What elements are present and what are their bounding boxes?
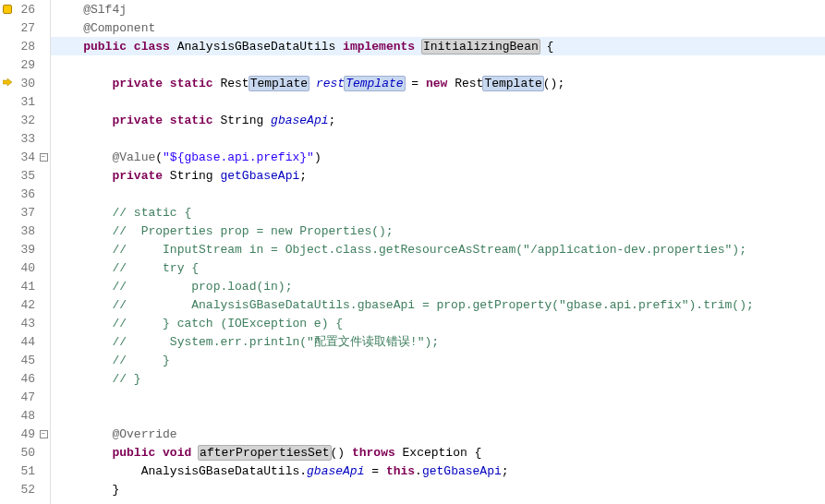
code-line[interactable]: @Slf4j <box>51 0 825 18</box>
line-number[interactable]: 51 <box>15 464 37 478</box>
gutter-row[interactable]: 26 <box>0 0 50 18</box>
code-line[interactable]: } <box>51 480 825 498</box>
gutter-row[interactable]: 42 <box>0 295 50 314</box>
code-line[interactable]: // Properties prop = new Properties(); <box>51 222 825 240</box>
marker-arrow[interactable] <box>0 77 15 90</box>
gutter-row[interactable]: 28 <box>0 37 50 55</box>
indent <box>55 95 83 109</box>
code-line[interactable] <box>51 406 825 425</box>
gutter-row[interactable]: 48 <box>0 406 50 425</box>
code-line[interactable]: // } catch (IOException e) { <box>51 314 825 332</box>
arrow-icon[interactable] <box>3 77 12 90</box>
code-line[interactable] <box>51 185 825 203</box>
gutter-row[interactable]: 35 <box>0 166 50 185</box>
code-line[interactable]: AnalysisGBaseDataUtils.gbaseApi = this.g… <box>51 462 825 480</box>
fold-collapse-icon[interactable]: − <box>37 153 50 162</box>
code-line[interactable]: // InputStream in = Object.class.getReso… <box>51 240 825 258</box>
line-number[interactable]: 44 <box>15 335 37 349</box>
code-line[interactable]: // static { <box>51 203 825 222</box>
code-line[interactable]: // } <box>51 351 825 369</box>
gutter-row[interactable]: 37 <box>0 203 50 222</box>
line-number[interactable]: 43 <box>15 317 37 330</box>
line-number[interactable]: 32 <box>15 114 37 127</box>
code-line[interactable]: public class AnalysisGBaseDataUtils impl… <box>51 37 825 55</box>
gutter-row[interactable]: 49− <box>0 425 50 443</box>
code-line[interactable]: @Override <box>51 425 825 443</box>
line-number[interactable]: 39 <box>15 243 37 257</box>
line-number[interactable]: 29 <box>15 58 37 72</box>
indent <box>55 280 112 294</box>
line-number[interactable]: 46 <box>15 372 37 386</box>
gutter-row[interactable]: 46 <box>0 369 50 388</box>
gutter-row[interactable]: 51 <box>0 462 50 480</box>
code-line[interactable]: private String getGbaseApi; <box>51 166 825 185</box>
gutter-row[interactable]: 39 <box>0 240 50 258</box>
line-number[interactable]: 49 <box>15 427 37 441</box>
line-number[interactable]: 26 <box>15 3 37 17</box>
line-number[interactable]: 40 <box>15 261 37 275</box>
line-number[interactable]: 36 <box>15 187 37 201</box>
gutter-row[interactable]: 50 <box>0 443 50 462</box>
gutter-row[interactable]: 30 <box>0 74 50 92</box>
code-token: Rest <box>447 77 483 90</box>
indent <box>55 3 83 17</box>
gutter-row[interactable]: 36 <box>0 185 50 203</box>
gutter-row[interactable]: 29 <box>0 55 50 74</box>
indent <box>55 206 112 220</box>
code-line[interactable]: // prop.load(in); <box>51 277 825 295</box>
gutter-row[interactable]: 44 <box>0 332 50 351</box>
gutter-row[interactable]: 52 <box>0 480 50 498</box>
gutter-row[interactable]: 47 <box>0 388 50 406</box>
line-number[interactable]: 28 <box>15 40 37 54</box>
code-line[interactable] <box>51 55 825 74</box>
gutter-row[interactable]: 34− <box>0 148 50 166</box>
code-line[interactable]: private static String gbaseApi; <box>51 111 825 129</box>
code-token: getGbaseApi <box>220 169 299 183</box>
code-editor[interactable]: @Slf4j @Component public class AnalysisG… <box>51 0 825 504</box>
code-line[interactable] <box>51 388 825 406</box>
fold-collapse-icon[interactable]: − <box>37 430 50 438</box>
gutter-row[interactable]: 27 <box>0 18 50 37</box>
code-token <box>163 114 170 127</box>
marker-warn[interactable] <box>0 5 15 14</box>
code-line[interactable] <box>51 92 825 111</box>
gutter-row[interactable]: 41 <box>0 277 50 295</box>
gutter-row[interactable]: 38 <box>0 222 50 240</box>
code-line[interactable]: @Component <box>51 18 825 37</box>
gutter-row[interactable]: 33 <box>0 129 50 148</box>
line-number[interactable]: 27 <box>15 21 37 35</box>
code-line[interactable]: @Value("${gbase.api.prefix}") <box>51 148 825 166</box>
gutter-row[interactable]: 40 <box>0 258 50 277</box>
line-number[interactable]: 37 <box>15 206 37 220</box>
code-line[interactable] <box>51 129 825 148</box>
code-line[interactable]: private static RestTemplate restTemplate… <box>51 74 825 92</box>
line-number[interactable]: 41 <box>15 280 37 294</box>
code-line[interactable]: public void afterPropertiesSet() throws … <box>51 443 825 462</box>
line-number[interactable]: 47 <box>15 390 37 404</box>
line-number[interactable]: 42 <box>15 298 37 312</box>
code-token: // static { <box>112 206 191 220</box>
gutter-row[interactable]: 31 <box>0 92 50 111</box>
line-number[interactable]: 35 <box>15 169 37 183</box>
code-token <box>127 40 134 54</box>
code-line[interactable]: // System.err.println("配置文件读取错误!"); <box>51 332 825 351</box>
line-number[interactable]: 38 <box>15 224 37 238</box>
line-number[interactable]: 45 <box>15 354 37 367</box>
code-line[interactable]: // } <box>51 369 825 388</box>
editor-gutter[interactable]: 262728293031323334−353637383940414243444… <box>0 0 51 504</box>
gutter-row[interactable]: 45 <box>0 351 50 369</box>
line-number[interactable]: 30 <box>15 77 37 90</box>
line-number[interactable]: 50 <box>15 446 37 460</box>
line-number[interactable]: 34 <box>15 150 37 164</box>
code-token: Template <box>344 76 405 91</box>
gutter-row[interactable]: 43 <box>0 314 50 332</box>
code-token: String <box>163 169 220 183</box>
line-number[interactable]: 33 <box>15 132 37 146</box>
warning-icon[interactable] <box>3 5 12 14</box>
line-number[interactable]: 31 <box>15 95 37 109</box>
gutter-row[interactable]: 32 <box>0 111 50 129</box>
code-line[interactable]: // AnalysisGBaseDataUtils.gbaseApi = pro… <box>51 295 825 314</box>
line-number[interactable]: 48 <box>15 409 37 423</box>
code-line[interactable]: // try { <box>51 258 825 277</box>
line-number[interactable]: 52 <box>15 483 37 497</box>
